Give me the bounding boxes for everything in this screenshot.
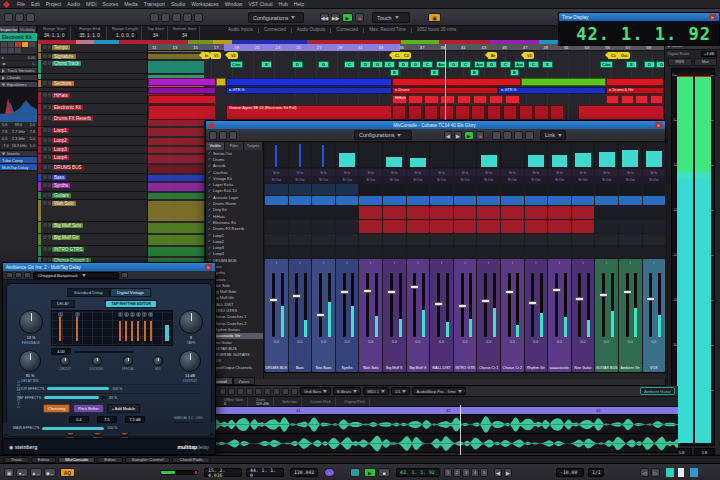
tempo-track-button[interactable]: ▲⌄ [30,468,42,477]
event-cell[interactable] [455,105,469,120]
fader-handle[interactable] [552,288,561,292]
audio-event[interactable] [148,95,216,104]
channel-name-cell[interactable]: Rhythm Gtr [525,363,548,372]
mute-button[interactable] [43,235,47,239]
channel-name-cell[interactable]: Chorus Cr 2 [501,363,524,372]
close-icon[interactable]: ✕ [205,264,212,270]
event-stub[interactable] [148,128,204,136]
event-cell[interactable] [408,105,422,120]
event-cell[interactable] [424,95,439,104]
rack-slot[interactable] [548,220,571,233]
lower-tab-sampler-control[interactable]: Sampler Control [125,457,171,463]
routing-cell[interactable]: St Out [359,176,382,183]
rack-slot[interactable] [289,206,312,219]
rack-slot[interactable] [548,234,571,245]
rack-slot[interactable] [359,196,382,205]
channel-name-cell[interactable]: Synths [336,363,359,372]
fader-handle[interactable] [387,290,396,294]
chord-event[interactable]: E [261,61,272,68]
right-locator-field[interactable]: 44. 1. 1. 0 [246,468,284,477]
rack-slot[interactable] [643,196,666,205]
menu-project[interactable]: Project [46,1,62,7]
solo-button[interactable] [48,247,52,251]
track-row[interactable]: Loop1 [38,127,147,137]
eq-band-row[interactable]: 0.02.3 kHz1.0 [0,136,37,143]
event-cell[interactable] [471,105,485,120]
read-button[interactable] [8,48,14,53]
delay-mix-knob[interactable] [19,350,41,372]
lower-tab-editor[interactable]: Editor [31,457,56,463]
racks-toggle[interactable] [219,131,227,140]
mute-button[interactable] [43,183,47,187]
preset-select[interactable]: Chopped Banjotrack [33,272,119,279]
audio-event[interactable] [148,78,216,86]
circuit-knob[interactable] [60,356,70,366]
routing-cell[interactable]: St Out [548,176,571,183]
meter-bridge-toggle[interactable] [229,131,237,140]
rack-slot[interactable] [454,234,477,245]
routing-cell[interactable]: St In [407,169,430,176]
rack-slot[interactable] [595,234,618,245]
loop-effects-slider[interactable] [47,387,109,390]
channel-strip[interactable]: !0.0 [501,259,524,363]
forward-button[interactable]: ▶ [454,131,462,140]
menu-window[interactable]: Window [225,1,243,7]
marker-2-button[interactable]: 2 [453,468,461,477]
event-cell[interactable] [503,105,517,120]
rack-slot[interactable] [501,246,524,257]
rack-slot[interactable] [525,234,548,245]
routing-cell[interactable]: St In [595,169,618,176]
rack-slot[interactable] [289,220,312,233]
rack-slot[interactable] [501,196,524,205]
fader-handle[interactable] [340,290,349,294]
waveform-row-2[interactable] [216,434,678,453]
solo-button[interactable] [48,155,52,159]
chord-event[interactable]: G [410,61,421,68]
menu-audio[interactable]: Audio [67,1,80,7]
chord-event[interactable]: E [430,69,439,76]
forward-button[interactable]: ▶▶ [331,13,340,22]
left-tab-visible[interactable]: Visible [206,142,225,150]
fader-handle[interactable] [623,290,632,294]
mute-button[interactable] [43,138,47,142]
event-stub[interactable] [148,193,204,199]
rack-slot[interactable] [407,220,430,233]
rack-slot[interactable] [477,246,500,257]
tap-number[interactable]: 2 [75,312,80,317]
audio-event[interactable]: e-GTR G [226,87,392,94]
range-field-value[interactable]: 34 [150,32,161,39]
track-row[interactable]: Bass [38,174,147,182]
next-marker-button[interactable]: ▶ [504,468,512,477]
rack-slot[interactable] [572,220,595,233]
rack-slot[interactable] [501,184,524,195]
routing-cell[interactable]: St Out [265,176,288,183]
audio-event[interactable]: e-GTR G [498,87,606,94]
eq-curve-display[interactable] [0,88,37,122]
event-cell[interactable] [519,105,533,120]
rack-slot[interactable] [454,246,477,257]
channel-strip[interactable]: !0.0 [548,259,571,363]
marker-3-button[interactable]: 3 [462,468,470,477]
agents-button[interactable] [503,131,512,140]
routing-cell[interactable]: St In [430,169,453,176]
solo-button[interactable] [48,147,52,151]
marker-flag[interactable]: V2 [228,52,238,59]
rack-slot[interactable] [595,184,618,195]
solo-button[interactable] [48,175,52,179]
channel-name-cell[interactable]: VOX [643,363,666,372]
channel-name-cell[interactable]: aaaacoustic [548,363,571,372]
event-cell[interactable] [439,105,453,120]
tap-bar[interactable] [125,321,127,341]
rack-slot[interactable] [312,206,335,219]
rack-slot[interactable] [643,220,666,233]
ducking-knob[interactable] [92,356,102,366]
mute-button[interactable] [43,93,47,97]
audio-event[interactable] [521,78,606,86]
rack-slot[interactable] [619,206,642,219]
chord-event[interactable]: E [390,69,399,76]
fader-handle[interactable] [481,299,490,303]
menu-scores[interactable]: Scores [103,1,119,7]
digital-scale-value[interactable]: +3 dB [701,51,717,57]
record-enable-button[interactable] [15,42,21,47]
module-chip[interactable]: + Add Module [107,404,140,413]
